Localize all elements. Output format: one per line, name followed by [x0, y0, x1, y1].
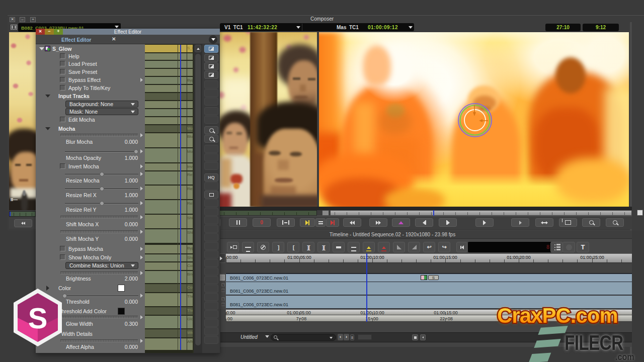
svg-text:S: S — [28, 302, 48, 334]
